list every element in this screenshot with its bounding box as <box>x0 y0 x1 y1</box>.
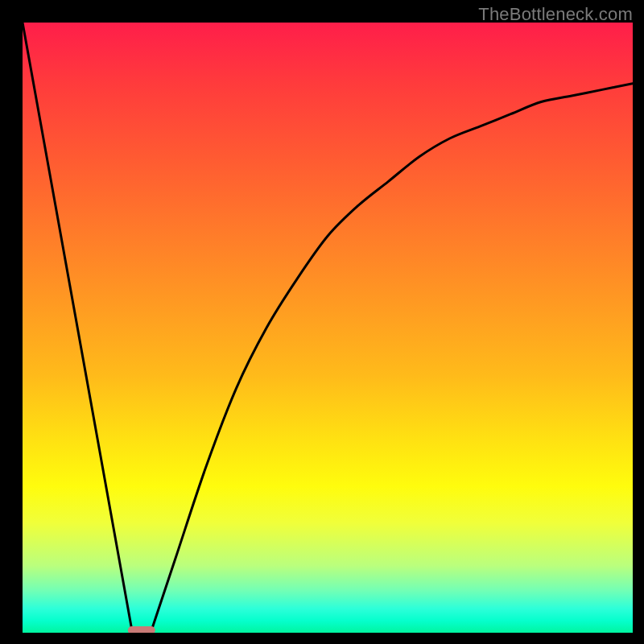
right-curve-path <box>151 84 633 633</box>
plot-area <box>23 23 633 633</box>
trough-marker <box>128 626 155 633</box>
chart-svg <box>23 23 633 633</box>
left-slope-path <box>23 23 132 633</box>
chart-frame: TheBottleneck.com <box>0 0 644 644</box>
